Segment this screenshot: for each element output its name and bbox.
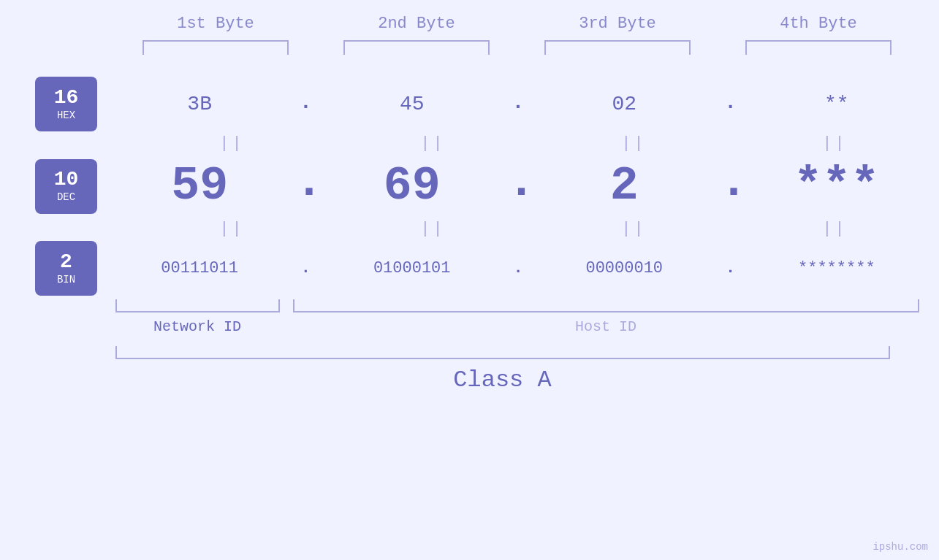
top-brackets — [115, 40, 919, 55]
network-bracket — [115, 299, 280, 312]
dec-dot-1: . — [294, 156, 316, 210]
class-label: Class A — [115, 367, 890, 394]
dec-dot-3: . — [720, 156, 742, 210]
equal-row-2: || || || || — [132, 217, 935, 241]
bin-val-2: 01000101 — [332, 259, 493, 277]
bin-val-3: 00000010 — [544, 259, 704, 277]
eq1-3: || — [554, 134, 715, 153]
bin-base-label: BIN — [57, 274, 75, 285]
bottom-brackets — [115, 299, 919, 312]
eq1-1: || — [152, 134, 313, 153]
dec-base-number: 10 — [54, 169, 79, 190]
eq2-1: || — [152, 220, 313, 238]
eq2-4: || — [755, 220, 916, 238]
dec-values-row: 59 . 69 . 2 . *** — [97, 156, 939, 217]
bin-base-number: 2 — [60, 252, 72, 272]
bracket-4 — [745, 40, 892, 55]
host-bracket — [293, 299, 919, 312]
bin-badge: 2 BIN — [35, 241, 97, 296]
hex-base-number: 16 — [54, 88, 79, 108]
hex-values-row: 3B . 45 . 02 . ** — [97, 91, 939, 118]
eq1-2: || — [353, 134, 514, 153]
bottom-labels: Network ID Host ID — [115, 318, 919, 335]
byte-header-1: 1st Byte — [135, 15, 296, 33]
dec-val-2: 69 — [332, 159, 493, 213]
bin-dot-2: . — [507, 259, 529, 277]
hex-val-4: ** — [756, 93, 917, 115]
dec-badge: 10 DEC — [35, 159, 97, 214]
bottom-area: Network ID Host ID Class A — [115, 299, 919, 394]
hex-val-1: 3B — [119, 93, 280, 115]
hex-val-3: 02 — [544, 93, 704, 115]
bin-val-4: ******** — [756, 259, 917, 277]
hex-dot-2: . — [507, 91, 529, 114]
byte-header-2: 2nd Byte — [336, 15, 497, 33]
byte-headers: 1st Byte 2nd Byte 3rd Byte 4th Byte — [115, 15, 919, 33]
byte-header-3: 3rd Byte — [537, 15, 698, 33]
hex-val-2: 45 — [332, 93, 493, 115]
overall-bracket — [115, 346, 890, 359]
hex-badge: 16 HEX — [35, 77, 97, 131]
dec-val-4: *** — [756, 159, 917, 213]
hex-dot-3: . — [720, 91, 742, 114]
byte-header-4: 4th Byte — [738, 15, 899, 33]
bracket-1 — [142, 40, 289, 55]
network-id-label: Network ID — [115, 318, 280, 335]
bin-values-row: 00111011 . 01000101 . 00000010 . *******… — [97, 259, 939, 277]
eq1-4: || — [755, 134, 916, 153]
main-container: 1st Byte 2nd Byte 3rd Byte 4th Byte 16 H… — [0, 0, 939, 560]
bin-val-1: 00111011 — [119, 259, 280, 277]
dec-base-label: DEC — [57, 191, 75, 203]
dec-val-3: 2 — [544, 159, 704, 213]
equal-row-1: || || || || — [132, 131, 935, 156]
watermark: ipshu.com — [873, 541, 928, 553]
bracket-3 — [544, 40, 691, 55]
bin-row: 2 BIN 00111011 . 01000101 . 00000010 . *… — [0, 241, 939, 296]
hex-dot-1: . — [294, 91, 316, 114]
hex-base-label: HEX — [57, 110, 75, 121]
eq2-2: || — [353, 220, 514, 238]
dec-val-1: 59 — [119, 159, 280, 213]
bin-dot-1: . — [294, 259, 316, 277]
dec-row: 10 DEC 59 . 69 . 2 . *** — [0, 156, 939, 217]
bin-dot-3: . — [720, 259, 742, 277]
host-id-label: Host ID — [293, 318, 919, 335]
hex-row: 16 HEX 3B . 45 . 02 . ** — [0, 77, 939, 131]
eq2-3: || — [554, 220, 715, 238]
dec-dot-2: . — [507, 156, 529, 210]
bracket-2 — [343, 40, 490, 55]
